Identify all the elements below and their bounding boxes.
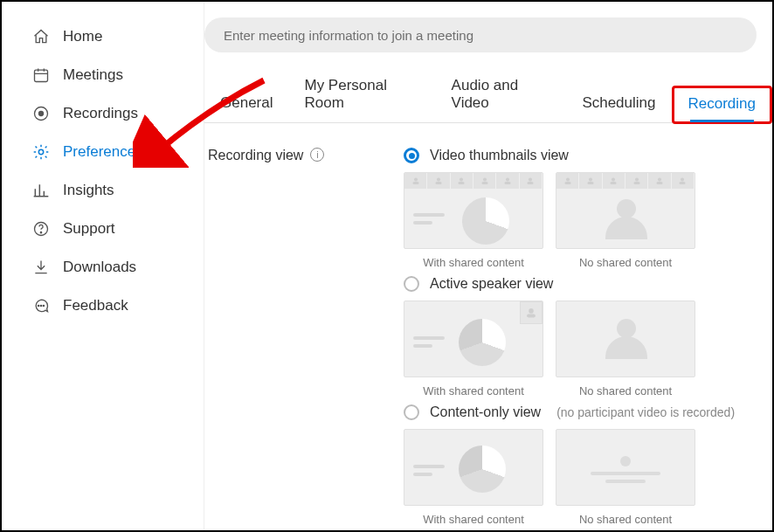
- sidebar-item-meetings[interactable]: Meetings: [2, 56, 204, 94]
- help-icon: [31, 219, 51, 238]
- download-icon: [31, 258, 51, 277]
- info-icon[interactable]: i: [310, 148, 324, 162]
- svg-rect-16: [481, 182, 487, 184]
- record-icon: [31, 104, 51, 123]
- svg-point-29: [658, 178, 661, 182]
- chat-icon: [31, 296, 51, 315]
- sidebar-item-label: Home: [63, 28, 102, 45]
- sidebar-item-label: Feedback: [63, 297, 128, 314]
- radio-icon[interactable]: [404, 276, 419, 292]
- svg-point-27: [635, 178, 639, 182]
- preview-caption: No shared content: [579, 384, 672, 397]
- sidebar-item-support[interactable]: Support: [2, 210, 204, 248]
- preview-with-shared[interactable]: With shared content: [404, 172, 543, 269]
- sidebar: Home Meetings Recordings Preferences Ins…: [2, 2, 204, 530]
- search-bar: [204, 17, 757, 52]
- svg-point-17: [506, 178, 509, 182]
- svg-point-9: [414, 178, 418, 182]
- tab-audio-video[interactable]: Audio and Video: [436, 77, 567, 122]
- preview-caption: With shared content: [423, 513, 524, 526]
- tab-label: Audio and Video: [452, 77, 519, 111]
- option-note: (no participant video is recorded): [556, 405, 735, 419]
- svg-point-7: [40, 305, 41, 306]
- radio-icon[interactable]: [404, 148, 419, 163]
- option-active-speaker: Active speaker view With shared co: [404, 276, 757, 397]
- sidebar-item-label: Support: [63, 220, 115, 238]
- option-header[interactable]: Content-only view (no participant video …: [404, 404, 757, 420]
- option-label: Content-only view: [430, 404, 541, 420]
- option-header[interactable]: Active speaker view: [404, 276, 757, 292]
- recording-view-options: Video thumbnails view: [404, 148, 772, 526]
- sidebar-item-insights[interactable]: Insights: [2, 171, 204, 210]
- sidebar-item-label: Insights: [63, 182, 114, 199]
- sidebar-item-recordings[interactable]: Recordings: [2, 94, 204, 133]
- svg-rect-10: [412, 182, 418, 184]
- svg-rect-24: [587, 182, 593, 184]
- option-video-thumbnails: Video thumbnails view: [404, 148, 757, 269]
- sidebar-item-home[interactable]: Home: [2, 17, 204, 56]
- svg-rect-32: [680, 182, 686, 184]
- tab-label: Scheduling: [582, 94, 655, 111]
- svg-rect-26: [611, 182, 617, 184]
- gear-icon: [31, 142, 51, 162]
- svg-point-33: [529, 308, 534, 314]
- preview-caption: No shared content: [579, 513, 672, 526]
- option-label: Video thumbnails view: [430, 148, 569, 163]
- svg-rect-30: [656, 182, 662, 184]
- option-previews: With shared content: [404, 172, 757, 269]
- preview-with-shared[interactable]: With shared content: [404, 301, 543, 397]
- tab-personal-room[interactable]: My Personal Room: [288, 77, 435, 122]
- option-header[interactable]: Video thumbnails view: [404, 148, 757, 163]
- preview-caption: With shared content: [423, 384, 524, 397]
- svg-point-23: [589, 178, 592, 182]
- preview-with-shared[interactable]: With shared content: [404, 429, 543, 526]
- preview-no-shared[interactable]: No shared content: [556, 429, 695, 526]
- option-previews: With shared content No shared content: [404, 429, 757, 526]
- svg-point-15: [483, 178, 487, 182]
- calendar-icon: [31, 66, 51, 85]
- tab-scheduling[interactable]: Scheduling: [566, 94, 671, 122]
- tab-label: General: [220, 94, 273, 111]
- tab-label: Recording: [688, 95, 757, 112]
- tab-recording[interactable]: Recording: [672, 86, 773, 124]
- tabs: General My Personal Room Audio and Video…: [204, 77, 772, 123]
- svg-point-8: [43, 305, 44, 306]
- content: Recording view i Video thumbnails view: [204, 123, 772, 526]
- main: General My Personal Room Audio and Video…: [204, 2, 772, 530]
- svg-point-3: [38, 149, 43, 154]
- svg-rect-34: [527, 314, 536, 317]
- svg-rect-0: [35, 70, 48, 81]
- svg-point-11: [437, 178, 440, 182]
- tab-general[interactable]: General: [204, 94, 288, 122]
- sidebar-item-label: Meetings: [63, 66, 123, 84]
- preview-no-shared[interactable]: No shared content: [556, 172, 695, 269]
- svg-point-21: [566, 178, 570, 182]
- section-label: Recording view i: [204, 148, 404, 526]
- radio-icon[interactable]: [404, 404, 419, 420]
- section-label-text: Recording view: [208, 148, 303, 163]
- preview-no-shared[interactable]: No shared content: [556, 301, 695, 397]
- bar-chart-icon: [31, 181, 51, 200]
- preview-caption: With shared content: [423, 256, 524, 269]
- svg-rect-18: [504, 182, 510, 184]
- svg-rect-20: [528, 182, 534, 184]
- search-input[interactable]: [204, 17, 757, 52]
- svg-point-6: [38, 305, 38, 306]
- home-icon: [31, 27, 51, 46]
- svg-rect-12: [435, 182, 441, 184]
- tab-label: My Personal Room: [304, 77, 386, 111]
- sidebar-item-feedback[interactable]: Feedback: [2, 287, 204, 325]
- svg-point-13: [460, 178, 463, 182]
- sidebar-item-preferences[interactable]: Preferences: [2, 133, 204, 171]
- sidebar-item-label: Preferences: [63, 143, 143, 161]
- svg-point-2: [39, 112, 44, 116]
- svg-point-5: [40, 232, 41, 233]
- sidebar-item-label: Recordings: [63, 105, 138, 122]
- option-label: Active speaker view: [430, 276, 553, 292]
- svg-point-25: [612, 178, 615, 182]
- svg-point-19: [529, 178, 532, 182]
- sidebar-item-label: Downloads: [63, 259, 136, 276]
- sidebar-item-downloads[interactable]: Downloads: [2, 248, 204, 287]
- svg-rect-28: [633, 182, 639, 184]
- svg-rect-22: [564, 182, 570, 184]
